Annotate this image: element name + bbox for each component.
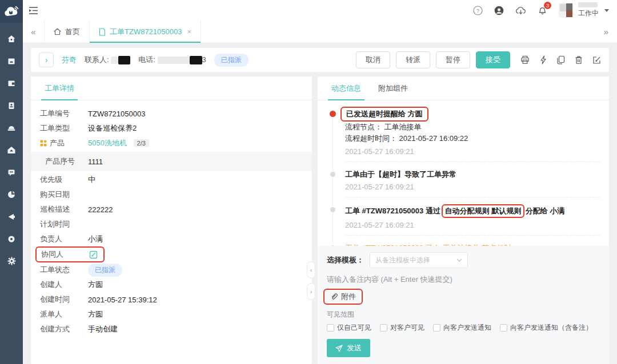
tab-scroll-right[interactable]: »: [595, 21, 617, 43]
contact-redacted-dark: [118, 56, 130, 64]
bell-icon[interactable]: 3: [538, 5, 547, 15]
field-priority: 优先级 中: [40, 172, 303, 187]
field-creator: 创建人 方圆: [40, 277, 303, 292]
customer-name-link[interactable]: 芬奇: [62, 55, 77, 65]
user-icon[interactable]: [494, 6, 504, 15]
warehouse-icon[interactable]: [0, 139, 23, 161]
contact-redacted: [111, 56, 118, 64]
product-link[interactable]: 5050洗地机: [88, 139, 127, 147]
field-collaborator: 协同人: [40, 246, 303, 262]
product-count-badge: 2/3: [134, 139, 149, 147]
field-create-time: 创建时间 2021-05-27 15:39:12: [40, 292, 303, 307]
field-status: 工单状态 已指派: [40, 262, 303, 277]
attach-file-button[interactable]: 附件: [330, 292, 356, 302]
collapse-left-handle[interactable]: ‹: [307, 261, 315, 278]
tab-workorder-label: 工单TZW8721050003: [110, 27, 182, 37]
tab-home[interactable]: 首页: [45, 21, 90, 43]
template-label: 选择模板：: [327, 255, 364, 265]
activity-timeline: 已发送超时提醒给 方圆 流程节点： 工单池接单 流程超时时间： 2021-05-…: [327, 100, 600, 246]
field-create-method: 创建方式 手动创建: [40, 322, 303, 337]
field-owner: 负责人 小满: [40, 232, 303, 246]
settings-icon[interactable]: [0, 250, 23, 272]
status-badge: 已指派: [214, 54, 249, 67]
tab-activity-info[interactable]: 动态信息: [331, 76, 361, 100]
collapse-right-handle[interactable]: ›: [307, 283, 315, 300]
orders-icon[interactable]: [0, 50, 23, 72]
username-redacted: [578, 2, 598, 7]
accept-button[interactable]: 接受: [476, 51, 510, 68]
send-button[interactable]: 发送: [327, 339, 370, 357]
service-icon[interactable]: [0, 116, 23, 139]
timeline-item: 工单由于【超时】导致了工单异常 2021-05-27 16:09:21: [327, 169, 600, 192]
timeline-item: 已发送超时提醒给 方圆 流程节点： 工单池接单 流程超时时间： 2021-05-…: [327, 108, 600, 156]
product-grid-icon: [40, 140, 47, 147]
work-status: 工作中: [578, 9, 599, 18]
checkbox-icon: [327, 324, 334, 331]
phone-redacted: [158, 56, 190, 64]
field-product: 产品 5050洗地机 2/3: [40, 136, 303, 151]
collaborator-annotation-box: 协同人: [35, 246, 105, 262]
close-tab-icon[interactable]: ×: [187, 27, 191, 36]
customers-icon[interactable]: [0, 94, 23, 116]
workbench-icon[interactable]: [0, 72, 23, 94]
help-icon[interactable]: ?: [473, 6, 483, 15]
workorder-action-bar: › 芬奇 联系人: 电话: 3 已指派 取消 转派 暂停 接受: [31, 48, 609, 72]
note-input[interactable]: 请输入备注内容 (Alt + Enter 快速提交): [327, 274, 600, 285]
timeline-dot-red: [330, 111, 336, 117]
checkbox-icon: [500, 324, 507, 331]
announcement-icon[interactable]: [0, 205, 23, 228]
page-tabbar: « 首页 工单TZW8721050003 × »: [23, 21, 617, 43]
checkbox-customer-visible[interactable]: 对客户可见: [380, 323, 424, 333]
svg-text:?: ?: [476, 7, 479, 14]
menu-fold-icon[interactable]: [29, 6, 38, 15]
template-select[interactable]: 从备注模板中选择: [370, 252, 468, 268]
checkbox-icon: [433, 324, 440, 331]
paper-plane-icon: [335, 345, 343, 352]
message-icon[interactable]: [0, 161, 23, 183]
timeline-timestamp: 2021-05-27 16:09:21: [345, 147, 600, 156]
tab-home-label: 首页: [65, 27, 80, 37]
activity-panel: 动态信息 附加组件 已发送超时提醒给 方圆 流程节点： 工单池接单 流程超时时间…: [318, 76, 609, 364]
user-menu[interactable]: 工作中: [559, 2, 609, 18]
timeout-warning-text: 工单 #TZW8721050003 已在 工单池接单 节点超时: [345, 242, 600, 246]
delete-icon[interactable]: [575, 55, 583, 64]
print-icon[interactable]: [520, 55, 530, 64]
checkbox-icon: [380, 324, 387, 331]
checkbox-notify-customer[interactable]: 向客户发送通知: [433, 323, 491, 333]
location-icon[interactable]: [0, 228, 23, 250]
edit-icon[interactable]: [592, 56, 601, 64]
field-plan-time: 计划时间: [40, 217, 303, 232]
timeline-dot: [330, 207, 335, 212]
field-order-no: 工单编号 TZW8721050003: [40, 106, 303, 121]
edit-collaborator-icon[interactable]: [89, 250, 98, 259]
cancel-button[interactable]: 取消: [356, 51, 390, 68]
field-serial: 产品序号 1111: [31, 152, 312, 171]
home-icon[interactable]: [0, 27, 23, 50]
tab-addons[interactable]: 附加组件: [378, 76, 408, 100]
tab-workorder[interactable]: 工单TZW8721050003 ×: [90, 21, 201, 43]
timeline-timestamp: 2021-05-27 16:09:21: [345, 221, 600, 229]
flash-icon[interactable]: [539, 55, 547, 64]
field-order-type: 工单类型 设备巡检保养2: [40, 121, 303, 136]
phone-label: 电话:: [138, 55, 155, 64]
timeline-dot: [330, 172, 335, 177]
app-sidebar: [0, 0, 23, 364]
visibility-label: 可见范围: [327, 310, 600, 319]
cloud-download-icon[interactable]: [515, 6, 526, 15]
top-navbar: ? 3 工作中: [23, 0, 617, 21]
timeout-reminder-annotation-box: 已发送超时提醒给 方圆: [340, 107, 428, 122]
tab-scroll-left[interactable]: «: [23, 21, 45, 43]
copy-icon[interactable]: [556, 55, 565, 64]
pause-button[interactable]: 暂停: [436, 51, 470, 68]
expand-detail-button[interactable]: ›: [39, 52, 54, 67]
page-content: › 芬奇 联系人: 电话: 3 已指派 取消 转派 暂停 接受: [23, 43, 617, 364]
app-logo[interactable]: [0, 0, 23, 23]
timeline-timestamp: 2021-05-27 16:09:21: [345, 183, 600, 191]
checkbox-notify-customer-with-note[interactable]: 向客户发送通知（含备注）: [500, 323, 592, 333]
home-tab-icon: [54, 28, 61, 35]
avatar: [559, 3, 574, 18]
checkbox-self-visible[interactable]: 仅自己可见: [327, 323, 371, 333]
reports-icon[interactable]: [0, 183, 23, 205]
transfer-button[interactable]: 转派: [396, 51, 430, 68]
tab-workorder-detail[interactable]: 工单详情: [45, 76, 74, 100]
